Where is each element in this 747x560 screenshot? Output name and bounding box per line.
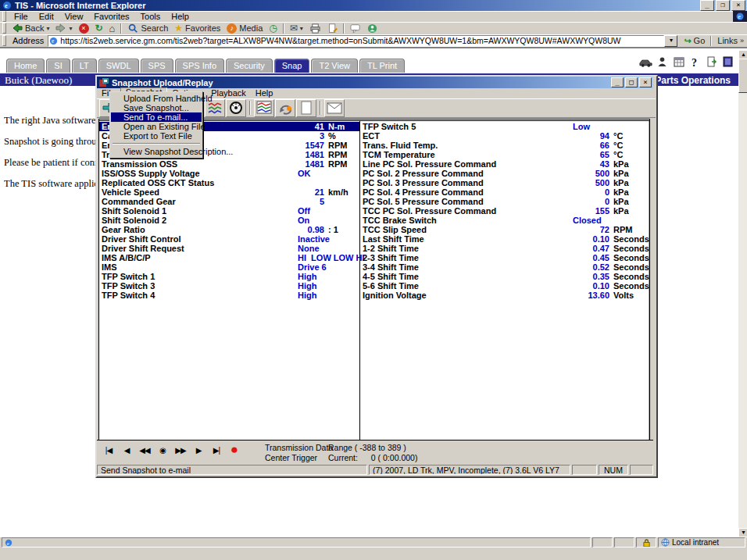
data-row-pc-sol-2-pressure-command[interactable]: PC Sol. 2 Pressure Command500kPa — [360, 169, 649, 178]
ie-minimize-button[interactable]: _ — [700, 0, 714, 11]
data-row-transmission-oss[interactable]: Transmission OSS1481RPM — [99, 159, 359, 169]
snapshot-maximize-button[interactable]: □ — [625, 77, 638, 87]
data-row-tfp-switch-5[interactable]: TFP Switch 5Low — [360, 122, 649, 131]
data-row-line-pc-sol-pressure-command[interactable]: Line PC Sol. Pressure Command43kPa — [360, 159, 649, 169]
menu-item-export-to-text-file[interactable]: Export to Text File — [111, 131, 202, 141]
data-row-ignition-voltage[interactable]: Ignition Voltage13.60Volts — [360, 291, 649, 300]
scroll-thumb[interactable] — [738, 59, 747, 93]
graph-display-button[interactable] — [254, 99, 274, 117]
menu-item-upload-from-handheld[interactable]: Upload From Handheld — [111, 94, 202, 103]
ie-restore-button[interactable]: ❐ — [716, 0, 730, 11]
tab-snap[interactable]: Snap — [274, 59, 310, 73]
ie-menu-view[interactable]: View — [59, 12, 89, 22]
center-trigger-button[interactable]: ◉ — [157, 446, 168, 455]
data-row-tfp-switch-1[interactable]: TFP Switch 1High — [99, 272, 359, 281]
tab-t2-view[interactable]: T2 View — [311, 59, 358, 73]
messenger-button[interactable] — [364, 23, 381, 34]
data-row-2-3-shift-time[interactable]: 2-3 Shift Time0.45Seconds — [360, 253, 649, 262]
data-row-replicated-oss-ckt-status[interactable]: Replicated OSS CKT Status — [99, 178, 359, 187]
tab-sps-info[interactable]: SPS Info — [175, 59, 224, 73]
discuss-button[interactable] — [347, 23, 364, 34]
data-row-ect[interactable]: ECT94°C — [360, 131, 649, 141]
data-row-ims-a-b-c-p[interactable]: IMS A/B/C/PHI LOW LOW HI — [99, 253, 359, 262]
data-row-tcm-temperature[interactable]: TCM Temperature65°C — [360, 150, 649, 159]
ie-menu-tools[interactable]: Tools — [135, 12, 166, 22]
search-button[interactable]: Search — [124, 23, 171, 34]
menubar-grip[interactable] — [2, 11, 6, 22]
user-icon[interactable] — [656, 55, 669, 68]
data-row-5-6-shift-time[interactable]: 5-6 Shift Time0.10Seconds — [360, 281, 649, 291]
data-row-tfp-switch-4[interactable]: TFP Switch 4High — [99, 291, 359, 300]
data-row-pc-sol-5-pressure-command[interactable]: PC Sol. 5 Pressure Command0kPa — [360, 197, 649, 206]
data-row-tfp-switch-3[interactable]: TFP Switch 3High — [99, 281, 359, 291]
help-icon[interactable]: ? — [688, 55, 702, 68]
mail-button[interactable]: ✉ ▾ — [287, 23, 306, 34]
data-row-ims[interactable]: IMSDrive 6 — [99, 262, 359, 272]
refresh-button[interactable]: ↻ — [92, 23, 106, 34]
edit-button[interactable] — [324, 23, 341, 34]
stop-button[interactable]: × — [76, 23, 92, 34]
menu-item-open-an-existing-file[interactable]: Open an Existing File — [111, 122, 202, 131]
record-stop-button[interactable]: ● — [229, 444, 240, 455]
snapshot-close-button[interactable]: × — [639, 77, 652, 87]
email-button[interactable] — [324, 99, 345, 117]
address-input[interactable]: e https://tis2web.service.gm.com/tis2web… — [48, 35, 664, 47]
data-row-commanded-gear[interactable]: Commanded Gear5 — [99, 197, 359, 206]
snapshot-menu-help[interactable]: Help — [251, 88, 278, 98]
go-button[interactable]: ↪ Go — [681, 35, 708, 47]
back-button[interactable]: Back ▾ — [9, 23, 52, 34]
data-row-trans-fluid-temp[interactable]: Trans. Fluid Temp.66°C — [360, 141, 649, 150]
tab-tl-print[interactable]: TL Print — [359, 59, 405, 73]
ie-titlebar[interactable]: e TIS - Microsoft Internet Explorer _ ❐ … — [0, 0, 747, 11]
data-row-4-5-shift-time[interactable]: 4-5 Shift Time0.35Seconds — [360, 272, 649, 281]
exit-icon[interactable] — [721, 55, 734, 68]
print-button[interactable] — [306, 23, 324, 34]
data-row-last-shift-time[interactable]: Last Shift Time0.10Seconds — [360, 234, 649, 244]
menu-item-send-to-e-mail[interactable]: Send To e-mail... — [111, 112, 202, 122]
mail-dropdown-icon[interactable]: ▾ — [300, 25, 303, 32]
data-row-pc-sol-4-pressure-command[interactable]: PC Sol. 4 Pressure Command0kPa — [360, 187, 649, 197]
data-row-gear-ratio[interactable]: Gear Ratio0.98: 1 — [99, 225, 359, 234]
resize-grip[interactable] — [630, 465, 653, 475]
links-toolbar[interactable]: Links » — [714, 35, 747, 47]
snapshot-minimize-button[interactable]: _ — [611, 77, 624, 87]
data-row-3-4-shift-time[interactable]: 3-4 Shift Time0.52Seconds — [360, 262, 649, 272]
toolbar-grip[interactable] — [2, 23, 6, 34]
fast-forward-button[interactable]: ▶▶ — [175, 446, 186, 455]
forward-button[interactable]: ▾ — [52, 23, 75, 34]
tab-security[interactable]: Security — [226, 59, 273, 73]
menu-item-view-snapshot-description[interactable]: View Snapshot Description... — [111, 147, 202, 156]
ie-menu-edit[interactable]: Edit — [34, 12, 59, 22]
forward-dropdown-icon[interactable]: ▾ — [69, 25, 72, 32]
tab-lt[interactable]: LT — [72, 59, 97, 73]
tab-home[interactable]: Home — [6, 59, 45, 73]
data-row-tcc-pc-sol-pressure-command[interactable]: TCC PC Sol. Pressure Command155kPa — [360, 206, 649, 216]
snapshot-titlebar[interactable]: Snapshot Upload/Replay _ □ × — [97, 77, 653, 88]
favorites-button[interactable]: ★ Favorites — [171, 23, 223, 34]
ie-menu-help[interactable]: Help — [166, 12, 195, 22]
history-button[interactable]: ◷ — [266, 23, 280, 34]
home-button[interactable]: ⌂ — [106, 23, 119, 34]
tab-sps[interactable]: SPS — [141, 59, 173, 73]
back-dropdown-icon[interactable]: ▾ — [46, 25, 49, 32]
tab-swdl[interactable]: SWDL — [98, 59, 139, 73]
go-to-start-button[interactable]: |◀ — [103, 446, 114, 455]
data-row-1-2-shift-time[interactable]: 1-2 Shift Time0.47Seconds — [360, 244, 649, 253]
data-row-vehicle-speed[interactable]: Vehicle Speed21km/h — [99, 187, 359, 197]
addressbar-grip[interactable] — [2, 35, 6, 46]
data-row-pc-sol-3-pressure-command[interactable]: PC Sol. 3 Pressure Command500kPa — [360, 178, 649, 187]
gauge-button[interactable] — [226, 99, 246, 117]
go-to-end-button[interactable]: ▶| — [211, 446, 222, 455]
media-button[interactable]: ♪ Media — [223, 23, 266, 34]
ie-close-button[interactable]: × — [731, 0, 745, 11]
links-chevron-icon[interactable]: » — [740, 37, 744, 45]
step-back-button[interactable]: ◀ — [121, 446, 132, 455]
address-dropdown-button[interactable]: ▾ — [664, 35, 677, 47]
ie-menu-favorites[interactable]: Favorites — [88, 12, 134, 22]
data-row-driver-shift-control[interactable]: Driver Shift ControlInactive — [99, 234, 359, 244]
data-row-shift-solenoid-2[interactable]: Shift Solenoid 2On — [99, 216, 359, 225]
export-icon[interactable] — [705, 55, 718, 68]
data-row-iss-oss-supply-voltage[interactable]: ISS/OSS Supply VoltageOK — [99, 169, 359, 178]
tab-si[interactable]: SI — [46, 59, 70, 73]
ie-menu-file[interactable]: File — [9, 12, 34, 22]
